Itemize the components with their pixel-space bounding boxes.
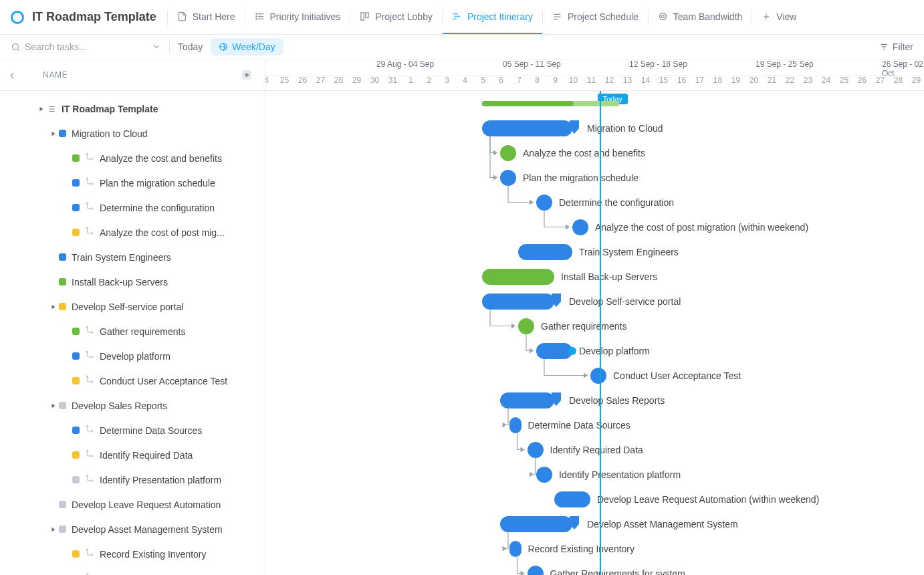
gantt-bar[interactable] (536, 467, 552, 483)
day-header: 2 (420, 76, 438, 85)
gantt-bar[interactable] (482, 120, 572, 136)
collapse-pane-icon[interactable] (7, 70, 17, 81)
gantt-bar[interactable] (509, 541, 522, 557)
nav-tab-project-lobby[interactable]: Project Lobby (350, 0, 442, 34)
gantt-bar[interactable] (590, 368, 606, 384)
task-label: Determine Data Sources (100, 425, 202, 436)
task-row-dams2[interactable]: Gather Requirements for syst... (0, 566, 265, 575)
svg-point-41 (91, 332, 92, 333)
gantt-bar[interactable] (572, 219, 588, 235)
gantt-bar[interactable] (500, 392, 554, 409)
tab-label: Priority Initiatives (270, 11, 341, 22)
gantt-label: Conduct User Acceptance Test (613, 370, 741, 381)
gantt-label: Plan the migration schedule (523, 172, 639, 183)
nav-tab-view[interactable]: View (752, 0, 806, 34)
calendar-icon (219, 42, 228, 51)
task-row-mig3[interactable]: Determine the configuration (0, 195, 265, 220)
gantt-bar[interactable] (536, 195, 552, 211)
subtask-icon (85, 375, 94, 386)
gantt-label: Determine the configuration (559, 197, 674, 208)
task-row-dsp3[interactable]: Conduct User Acceptance Test (0, 368, 265, 393)
caret-icon[interactable] (48, 130, 59, 137)
svg-marker-46 (52, 403, 55, 408)
nav-tab-project-schedule[interactable]: Project Schedule (543, 0, 648, 34)
dependency-line (265, 91, 924, 575)
gantt-bar[interactable] (482, 269, 554, 285)
subtask-icon (85, 350, 94, 362)
task-row-dsr[interactable]: Develop Sales Reports (0, 393, 265, 418)
task-row-root[interactable]: IT Roadmap Template (0, 96, 265, 121)
task-label: Analyze the cost of post mig... (100, 227, 225, 238)
caret-icon[interactable] (36, 106, 47, 112)
svg-marker-58 (493, 150, 497, 156)
task-row-dsp[interactable]: Develop Self-service portal (0, 294, 265, 319)
gantt-label: Develop Sales Reports (569, 395, 665, 406)
column-name-header: NAME (43, 70, 68, 80)
search-input[interactable] (25, 41, 132, 52)
subtask-icon (85, 152, 94, 164)
status-badge (59, 303, 66, 310)
add-column-icon[interactable] (241, 69, 253, 81)
nav-tab-start-here[interactable]: Start Here (168, 0, 245, 34)
status-badge (72, 377, 80, 384)
svg-point-15 (661, 15, 664, 18)
gantt-label: Train System Engineers (579, 247, 679, 257)
gantt-bar[interactable] (518, 244, 572, 260)
task-tree-pane: NAME IT Roadmap TemplateMigration to Clo… (0, 60, 265, 575)
svg-rect-6 (361, 13, 364, 20)
task-label: Train System Engineers (72, 252, 171, 263)
gantt-bar[interactable] (528, 566, 544, 576)
subtask-icon (85, 449, 94, 461)
search-wrap[interactable] (11, 41, 161, 52)
day-header: 16 (673, 76, 691, 85)
task-label: Migration to Cloud (72, 128, 148, 139)
gantt-bar[interactable] (536, 343, 572, 359)
day-header: 15 (655, 76, 673, 85)
filter-button[interactable]: Filter (879, 41, 913, 52)
caret-icon[interactable] (48, 304, 59, 310)
day-header: 13 (618, 76, 637, 85)
task-row-dsr2[interactable]: Identify Required Data (0, 443, 265, 467)
gantt-bar[interactable] (482, 294, 554, 310)
gantt-bar[interactable] (500, 170, 516, 186)
gantt-bar[interactable] (528, 442, 544, 458)
day-header: 3 (438, 76, 456, 85)
task-row-dsr1[interactable]: Determine Data Sources (0, 418, 265, 443)
task-row-mig4[interactable]: Analyze the cost of post mig... (0, 220, 265, 245)
day-header: 22 (781, 76, 799, 85)
dependency-line (265, 91, 924, 575)
scale-toggle[interactable]: Week/Day (211, 38, 283, 55)
task-row-mig1[interactable]: Analyze the cost and benefits (0, 146, 265, 170)
task-row-mig2[interactable]: Plan the migration schedule (0, 170, 265, 195)
brand-logo (11, 11, 24, 24)
task-row-dla[interactable]: Develop Leave Request Automation (0, 492, 265, 517)
gantt-pane: Aug - 28 Aug29 Aug - 04 Sep05 Sep - 11 S… (265, 60, 924, 575)
gantt-bar[interactable] (509, 417, 522, 433)
nav-tab-priority-initiatives[interactable]: Priority Initiatives (245, 0, 350, 34)
task-row-dams[interactable]: Develop Asset Management System (0, 517, 265, 542)
svg-point-14 (659, 13, 666, 20)
board-icon (360, 11, 370, 21)
gantt-bar[interactable] (500, 145, 516, 161)
nav-tab-team-bandwidth[interactable]: Team Bandwidth (649, 0, 752, 34)
gantt-bar[interactable] (518, 318, 534, 334)
gantt-bar[interactable] (500, 516, 572, 532)
top-nav: IT Roadmap Template Start HerePriority I… (0, 0, 924, 35)
task-row-mig[interactable]: Migration to Cloud (0, 121, 265, 146)
task-row-train[interactable]: Train System Engineers (0, 245, 265, 269)
task-row-dsr3[interactable]: Identify Presentation platform (0, 467, 265, 492)
task-label: Gather requirements (100, 326, 185, 337)
task-label: Develop Sales Reports (72, 400, 167, 411)
task-row-dams1[interactable]: Record Existing Inventory (0, 542, 265, 566)
task-row-dsp2[interactable]: Develop platform (0, 344, 265, 368)
today-button[interactable]: Today (178, 41, 203, 52)
nav-tab-project-itinerary[interactable]: Project Itinerary (443, 0, 542, 34)
gantt-bar[interactable] (554, 491, 590, 507)
caret-icon[interactable] (48, 402, 59, 409)
chevron-down-icon[interactable] (152, 42, 161, 51)
task-row-dsp1[interactable]: Gather requirements (0, 319, 265, 344)
caret-icon[interactable] (48, 526, 59, 533)
day-header: 17 (691, 76, 709, 85)
dependency-line (265, 91, 924, 575)
task-row-bkp[interactable]: Install Back-up Servers (0, 269, 265, 294)
